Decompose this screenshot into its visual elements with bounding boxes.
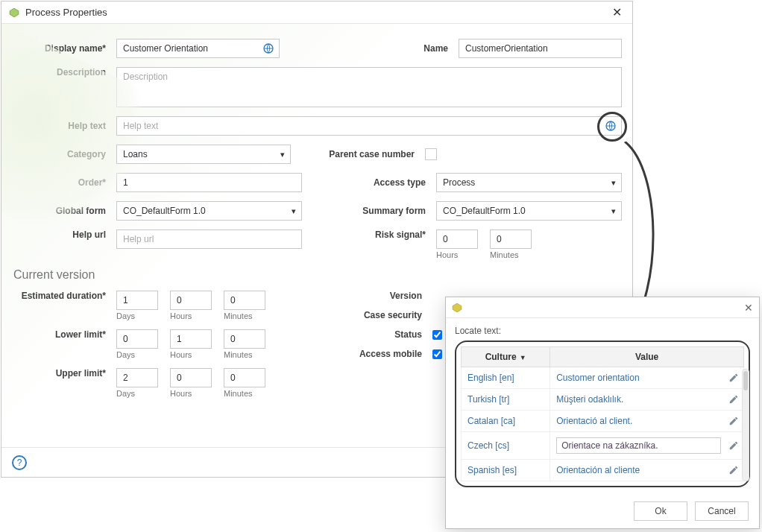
culture-cell: Czech [cs] — [462, 432, 550, 460]
table-row: Catalan [ca]Orientació al client. — [462, 411, 744, 432]
unit-hours: Hours — [436, 250, 458, 259]
value-text: Customer orientation — [556, 373, 639, 383]
value-text: Müşteri odaklılık. — [556, 394, 623, 405]
translations-table: Culture▼ Value English [en]Customer orie… — [461, 346, 744, 481]
category-select[interactable]: Loans — [116, 145, 291, 164]
access-mobile-checkbox[interactable] — [432, 349, 442, 359]
popup-body: Locate text: Culture▼ Value English [en]… — [446, 318, 759, 493]
value-edit-input[interactable] — [556, 437, 721, 454]
label-name: Name — [384, 43, 459, 54]
label-description: Description — [12, 67, 116, 77]
label-display-name: Display name* — [12, 43, 116, 54]
label-global-form: Global form — [12, 206, 116, 216]
table-scrollbar[interactable] — [742, 369, 749, 481]
decorative-bg — [1, 25, 165, 262]
edit-icon[interactable] — [728, 465, 739, 475]
cancel-button[interactable]: Cancel — [695, 501, 749, 521]
low-hours-input[interactable] — [170, 329, 212, 349]
unit-days: Days — [116, 311, 135, 320]
help-icon[interactable]: ? — [12, 455, 27, 470]
unit-minutes: Minutes — [224, 311, 253, 320]
svg-marker-0 — [10, 8, 19, 17]
edit-icon[interactable] — [728, 373, 739, 383]
table-row: Czech [cs] — [462, 432, 744, 460]
unit-days: Days — [116, 350, 135, 359]
up-days-input[interactable] — [116, 368, 158, 387]
window-title: Process Properties — [25, 7, 609, 18]
value-cell[interactable]: Orientació al client. — [550, 411, 744, 432]
edit-icon[interactable] — [728, 440, 739, 451]
popup-titlebar: ✕ — [446, 297, 759, 318]
culture-cell: Catalan [ca] — [462, 411, 550, 432]
translations-table-wrap: Culture▼ Value English [en]Customer orie… — [455, 341, 750, 487]
label-parent-case: Parent case number — [321, 149, 425, 159]
unit-hours: Hours — [170, 389, 192, 398]
est-minutes-input[interactable] — [224, 291, 265, 310]
section-current-version: Current version — [13, 268, 622, 282]
titlebar: Process Properties ✕ — [1, 1, 632, 24]
low-days-input[interactable] — [116, 329, 158, 349]
unit-hours: Hours — [170, 350, 192, 359]
globe-icon-helptext[interactable] — [604, 119, 617, 133]
help-text-input[interactable] — [116, 116, 622, 136]
table-row: Spanish [es]Orientación al cliente — [462, 460, 744, 481]
label-upper-limit: Upper limit* — [12, 368, 116, 379]
edit-icon[interactable] — [728, 394, 739, 405]
risk-hours-input[interactable] — [436, 229, 478, 249]
scroll-thumb[interactable] — [743, 371, 748, 390]
unit-days: Days — [116, 389, 135, 398]
display-name-input[interactable] — [116, 39, 280, 58]
risk-minutes-input[interactable] — [490, 229, 532, 249]
label-est-duration: Estimated duration* — [12, 291, 116, 301]
est-days-input[interactable] — [116, 291, 158, 310]
est-hours-input[interactable] — [170, 291, 212, 310]
label-order: Order* — [12, 177, 116, 188]
help-url-input[interactable] — [116, 229, 302, 249]
low-minutes-input[interactable] — [224, 329, 265, 349]
label-summary-form: Summary form — [332, 206, 436, 216]
table-row: English [en]Customer orientation — [462, 367, 744, 389]
global-form-select[interactable]: CO_DefaultForm 1.0 — [116, 201, 302, 221]
label-access-type: Access type — [332, 177, 436, 188]
value-cell[interactable]: Orientación al cliente — [550, 460, 744, 481]
access-type-select[interactable]: Process — [436, 173, 622, 192]
popup-close-button[interactable]: ✕ — [744, 302, 753, 314]
label-case-security: Case security — [328, 310, 432, 320]
value-cell[interactable] — [550, 432, 744, 460]
label-status: Status — [328, 329, 432, 340]
close-button[interactable]: ✕ — [609, 5, 625, 19]
order-input[interactable] — [116, 173, 302, 192]
label-access-mobile: Access mobile — [328, 349, 432, 359]
label-risk-signal: Risk signal* — [332, 229, 436, 240]
parent-case-checkbox[interactable] — [425, 148, 437, 160]
unit-hours: Hours — [170, 311, 192, 320]
ok-button[interactable]: Ok — [634, 501, 687, 521]
value-text: Orientación al cliente — [556, 465, 640, 475]
label-help-url: Help url — [12, 229, 116, 240]
description-textarea[interactable] — [116, 67, 622, 107]
globe-icon[interactable] — [262, 42, 275, 55]
unit-minutes: Minutes — [224, 350, 253, 359]
app-logo-icon — [452, 303, 462, 313]
up-minutes-input[interactable] — [224, 368, 265, 387]
up-hours-input[interactable] — [170, 368, 212, 387]
popup-footer: Ok Cancel — [634, 501, 749, 521]
value-cell[interactable]: Müşteri odaklılık. — [550, 389, 744, 411]
value-text: Orientació al client. — [556, 416, 632, 426]
unit-minutes: Minutes — [490, 250, 519, 259]
label-version: Version — [328, 291, 432, 301]
culture-cell: Turkish [tr] — [462, 389, 550, 411]
locate-text-label: Locate text: — [455, 326, 750, 336]
summary-form-select[interactable]: CO_DefaultForm 1.0 — [436, 201, 622, 221]
label-help-text: Help text — [12, 121, 116, 131]
table-row: Turkish [tr]Müşteri odaklılık. — [462, 389, 744, 411]
col-culture[interactable]: Culture▼ — [462, 347, 550, 367]
status-checkbox[interactable] — [432, 330, 442, 340]
name-input[interactable] — [459, 39, 622, 58]
unit-minutes: Minutes — [224, 389, 253, 398]
col-value[interactable]: Value — [550, 347, 744, 367]
svg-marker-4 — [453, 303, 462, 312]
value-cell[interactable]: Customer orientation — [550, 367, 744, 389]
edit-icon[interactable] — [728, 416, 739, 426]
culture-cell: English [en] — [462, 367, 550, 389]
